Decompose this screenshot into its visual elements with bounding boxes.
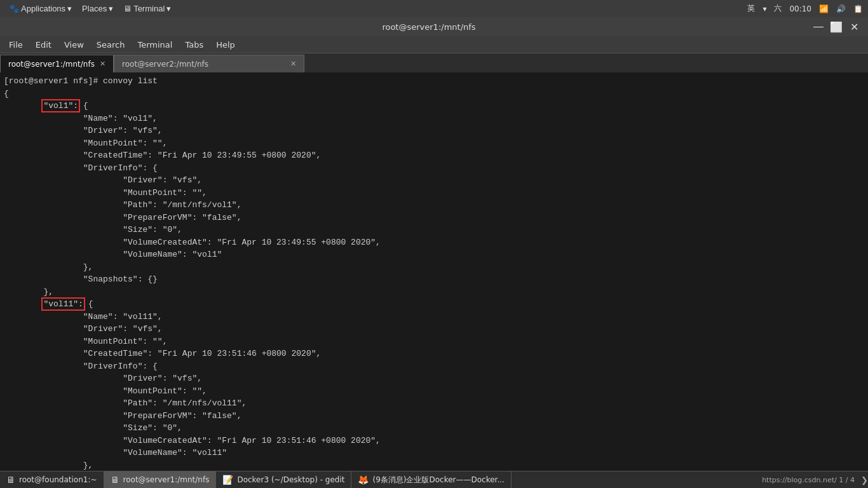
system-bar: 🐾 Applications ▾ Places ▾ 🖥 Terminal ▾ 英… [0, 0, 868, 17]
taskbar-server1-label: root@server1:/mnt/nfs [123, 475, 210, 484]
volume-icon: 🔊 [836, 4, 846, 13]
window-title: root@server1:/mnt/nfs [46, 22, 812, 32]
menu-edit[interactable]: Edit [29, 39, 58, 51]
tab-server2-close[interactable]: ✕ [290, 60, 296, 68]
places-arrow: ▾ [109, 4, 113, 13]
vol1-key: "vol1": [43, 101, 78, 111]
tab-server1[interactable]: root@server1:/mnt/nfs ✕ [0, 55, 114, 72]
taskbar-foundation-icon: 🖥 [6, 475, 15, 485]
taskbar: 🖥 root@foundation1:~ 🖥 root@server1:/mnt… [0, 471, 868, 488]
minimize-button[interactable]: — [812, 21, 825, 33]
close-button[interactable]: ✕ [848, 21, 860, 33]
taskbar-foundation-label: root@foundation1:~ [19, 475, 97, 484]
taskbar-browser-icon: 🦊 [358, 475, 369, 485]
taskbar-scroll-btn[interactable]: ❯ [861, 475, 868, 485]
menu-tabs[interactable]: Tabs [179, 39, 210, 51]
terminal-icon-small: 🖥 [123, 4, 132, 13]
tab-server2[interactable]: root@server2:/mnt/nfs ✕ [114, 55, 304, 72]
menu-terminal[interactable]: Terminal [131, 39, 179, 51]
tab-server1-close[interactable]: ✕ [100, 60, 105, 68]
system-bar-left: 🐾 Applications ▾ Places ▾ 🖥 Terminal ▾ [5, 3, 175, 15]
tabs-bar: root@server1:/mnt/nfs ✕ root@server2:/mn… [0, 53, 868, 72]
taskbar-browser[interactable]: 🦊 (9条消息)企业版Docker——Docker... [351, 471, 511, 489]
places-menu[interactable]: Places ▾ [78, 3, 117, 15]
tab-server1-label: root@server1:/mnt/nfs [8, 60, 95, 69]
taskbar-gedit[interactable]: 📝 Docker3 (~/Desktop) - gedit [216, 471, 351, 489]
prompt-line: [root@server1 nfs]# convoy list [4, 76, 158, 86]
vol11-key: "vol11": [43, 299, 83, 309]
lang-arrow: ▾ [763, 4, 766, 13]
window-controls: — ⬜ ✕ [812, 21, 860, 33]
menu-file[interactable]: File [3, 39, 29, 51]
tab-server2-label: root@server2:/mnt/nfs [122, 60, 208, 69]
menu-bar: File Edit View Search Terminal Tabs Help [0, 36, 868, 53]
terminal-content[interactable]: [root@server1 nfs]# convoy list { "vol1"… [0, 72, 868, 488]
taskbar-foundation[interactable]: 🖥 root@foundation1:~ [0, 471, 104, 489]
wifi-icon: 📶 [819, 4, 829, 13]
terminal-arrow: ▾ [166, 4, 171, 13]
taskbar-gedit-label: Docker3 (~/Desktop) - gedit [237, 475, 344, 484]
system-bar-right: 英 ▾ 六 00:10 📶 🔊 📋 [747, 3, 863, 14]
menu-search[interactable]: Search [90, 39, 132, 51]
clipboard-icon: 📋 [853, 4, 863, 13]
taskbar-url: https://blog.csdn.net/ 1 / 4 [757, 476, 860, 484]
taskbar-server1[interactable]: 🖥 root@server1:/mnt/nfs [104, 471, 217, 489]
terminal-window: root@server1:/mnt/nfs — ⬜ ✕ File Edit Vi… [0, 17, 868, 488]
line-open-brace: { [4, 89, 9, 98]
maximize-button[interactable]: ⬜ [830, 21, 843, 33]
taskbar-server1-icon: 🖥 [111, 475, 119, 485]
taskbar-gedit-icon: 📝 [222, 475, 233, 485]
title-bar: root@server1:/mnt/nfs — ⬜ ✕ [0, 17, 868, 36]
applications-arrow: ▾ [67, 4, 72, 13]
menu-help[interactable]: Help [210, 39, 241, 51]
menu-view[interactable]: View [58, 39, 90, 51]
applications-menu[interactable]: 🐾 Applications ▾ [5, 3, 76, 15]
taskbar-browser-label: (9条消息)企业版Docker——Docker... [372, 475, 504, 485]
terminal-menu[interactable]: 🖥 Terminal ▾ [119, 3, 175, 15]
applications-icon: 🐾 [9, 4, 19, 13]
